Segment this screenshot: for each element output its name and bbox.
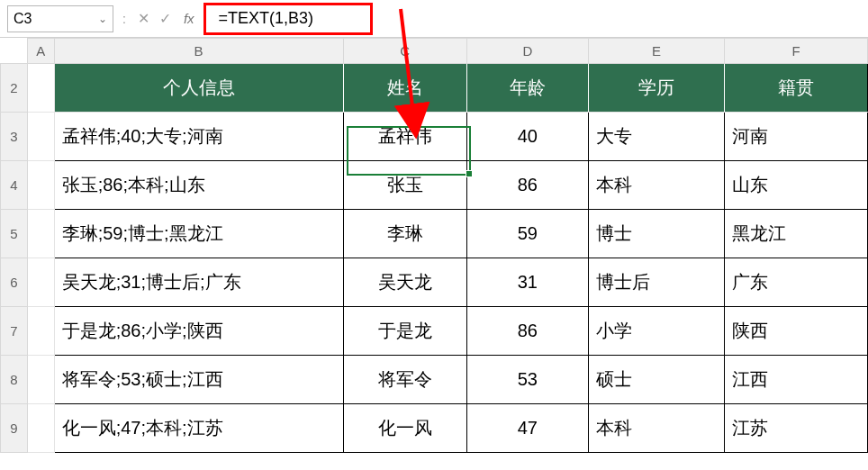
table-row: 3 孟祥伟;40;大专;河南 孟祥伟 40 大专 河南 (1, 113, 868, 161)
cell[interactable] (27, 210, 54, 258)
col-header[interactable]: B (54, 39, 343, 64)
table-row: 6 吴天龙;31;博士后;广东 吴天龙 31 博士后 广东 (1, 258, 868, 307)
cell[interactable]: 博士后 (588, 258, 724, 307)
row-header[interactable]: 4 (1, 161, 28, 210)
cell[interactable]: 吴天龙;31;博士后;广东 (54, 258, 343, 307)
formula-text: =TEXT(1,B3) (219, 9, 314, 28)
row-header[interactable]: 6 (1, 258, 28, 307)
col-header[interactable]: E (588, 39, 724, 64)
grid-area: A B C D E F 2 个人信息 姓名 年龄 学历 籍贯 3 孟祥伟;40;… (0, 38, 868, 453)
fx-icon[interactable]: fx (184, 11, 194, 26)
cell[interactable]: 47 (466, 404, 588, 453)
cell[interactable]: 化一风 (343, 404, 466, 453)
cell[interactable] (27, 404, 54, 453)
row-header[interactable]: 5 (1, 210, 28, 258)
col-header[interactable]: F (724, 39, 867, 64)
cell[interactable]: 博士 (588, 210, 724, 258)
header-cell[interactable]: 个人信息 (54, 64, 343, 113)
cell[interactable] (27, 64, 54, 113)
cell[interactable]: 广东 (724, 258, 867, 307)
cell[interactable]: 河南 (724, 113, 867, 161)
cell[interactable] (27, 356, 54, 404)
cell[interactable]: 张玉;86;本科;山东 (54, 161, 343, 210)
cell[interactable]: 86 (466, 307, 588, 356)
col-header[interactable]: A (27, 39, 54, 64)
header-cell[interactable]: 年龄 (466, 64, 588, 113)
name-box-value: C3 (14, 11, 32, 27)
cell-active[interactable]: 孟祥伟 (343, 113, 466, 161)
cell[interactable] (27, 161, 54, 210)
cell[interactable]: 将军令 (343, 356, 466, 404)
formula-bar: C3 ⌄ : ✕ ✓ fx =TEXT(1,B3) (0, 0, 868, 38)
col-header[interactable]: C (343, 39, 466, 64)
row-header[interactable]: 2 (1, 64, 28, 113)
cell[interactable] (27, 258, 54, 307)
cell[interactable]: 硕士 (588, 356, 724, 404)
cell[interactable]: 59 (466, 210, 588, 258)
cell[interactable]: 山东 (724, 161, 867, 210)
header-cell[interactable]: 姓名 (343, 64, 466, 113)
table-row: 7 于是龙;86;小学;陕西 于是龙 86 小学 陕西 (1, 307, 868, 356)
chevron-down-icon: ⌄ (98, 13, 107, 25)
cell[interactable]: 本科 (588, 161, 724, 210)
cell[interactable]: 黑龙江 (724, 210, 867, 258)
cell[interactable]: 李琳;59;博士;黑龙江 (54, 210, 343, 258)
cell[interactable]: 孟祥伟;40;大专;河南 (54, 113, 343, 161)
cell[interactable]: 化一风;47;本科;江苏 (54, 404, 343, 453)
separator: : (122, 12, 126, 26)
spreadsheet-table[interactable]: A B C D E F 2 个人信息 姓名 年龄 学历 籍贯 3 孟祥伟;40;… (0, 38, 868, 453)
cell[interactable]: 于是龙;86;小学;陕西 (54, 307, 343, 356)
cell[interactable]: 大专 (588, 113, 724, 161)
cell[interactable]: 于是龙 (343, 307, 466, 356)
cell[interactable]: 陕西 (724, 307, 867, 356)
header-cell[interactable]: 籍贯 (724, 64, 867, 113)
col-header[interactable]: D (466, 39, 588, 64)
cell[interactable] (27, 113, 54, 161)
cell[interactable]: 江苏 (724, 404, 867, 453)
row-header[interactable]: 8 (1, 356, 28, 404)
cell[interactable]: 53 (466, 356, 588, 404)
table-row: 9 化一风;47;本科;江苏 化一风 47 本科 江苏 (1, 404, 868, 453)
table-row: 8 将军令;53;硕士;江西 将军令 53 硕士 江西 (1, 356, 868, 404)
row-header[interactable]: 3 (1, 113, 28, 161)
cell[interactable]: 小学 (588, 307, 724, 356)
cell[interactable]: 本科 (588, 404, 724, 453)
cell[interactable]: 40 (466, 113, 588, 161)
cell[interactable]: 将军令;53;硕士;江西 (54, 356, 343, 404)
formula-input[interactable]: =TEXT(1,B3) (203, 3, 373, 35)
cancel-icon[interactable]: ✕ (135, 10, 153, 27)
name-box[interactable]: C3 ⌄ (7, 5, 113, 32)
cell[interactable]: 张玉 (343, 161, 466, 210)
table-row: 5 李琳;59;博士;黑龙江 李琳 59 博士 黑龙江 (1, 210, 868, 258)
cell[interactable]: 86 (466, 161, 588, 210)
table-row: 4 张玉;86;本科;山东 张玉 86 本科 山东 (1, 161, 868, 210)
cell[interactable]: 吴天龙 (343, 258, 466, 307)
cell[interactable]: 李琳 (343, 210, 466, 258)
row-header[interactable]: 9 (1, 404, 28, 453)
cell[interactable]: 31 (466, 258, 588, 307)
cell[interactable] (27, 307, 54, 356)
row-header[interactable]: 7 (1, 307, 28, 356)
header-cell[interactable]: 学历 (588, 64, 724, 113)
cell[interactable]: 江西 (724, 356, 867, 404)
accept-icon[interactable]: ✓ (157, 10, 175, 27)
column-header-row: A B C D E F (1, 39, 868, 64)
